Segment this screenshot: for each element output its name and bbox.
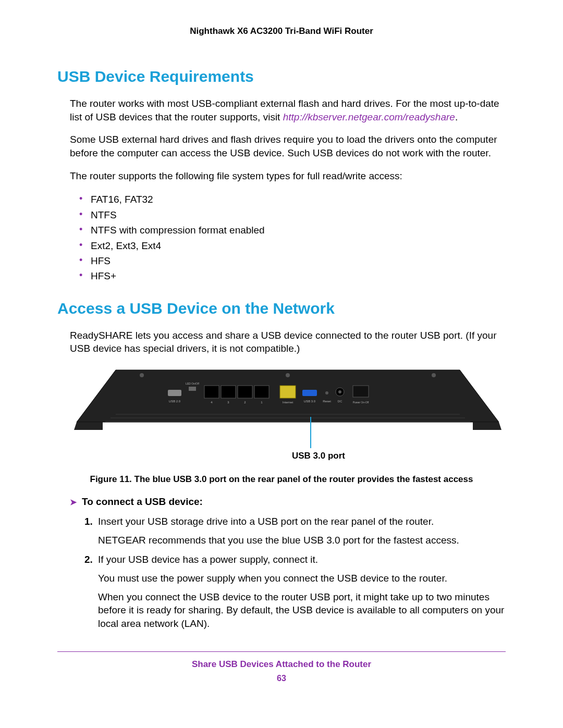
document-page: Nighthawk X6 AC3200 Tri-Band WiFi Router… xyxy=(0,0,563,728)
label-power: Power On-Off xyxy=(353,401,369,404)
footer-divider xyxy=(57,651,506,652)
task-heading: ➤To connect a USB device: xyxy=(57,496,506,508)
svg-marker-1 xyxy=(74,422,103,430)
svg-point-7 xyxy=(286,373,290,377)
text: . xyxy=(455,112,458,122)
readyshare-link[interactable]: http://kbserver.netgear.com/readyshare xyxy=(283,112,455,122)
step-lead: Insert your USB storage drive into a USB… xyxy=(98,516,434,527)
list-item: FAT16, FAT32 xyxy=(79,192,506,207)
label-dc: DC xyxy=(338,400,342,403)
step-item: Insert your USB storage drive into a USB… xyxy=(84,515,506,547)
svg-point-6 xyxy=(140,373,144,377)
footer-page-number: 63 xyxy=(57,674,506,683)
label-reset: Reset xyxy=(323,400,331,403)
label-internet: Internet xyxy=(283,401,293,404)
router-figure: USB 2.0 LED On/Off 4 3 2 1 Internet USB … xyxy=(57,365,506,438)
svg-rect-10 xyxy=(189,387,196,391)
footer-chapter: Share USB Devices Attached to the Router xyxy=(57,659,506,670)
label-usb2: USB 2.0 xyxy=(169,400,181,403)
paragraph: ReadySHARE lets you access and share a U… xyxy=(57,329,506,355)
step-lead: If your USB device has a power supply, c… xyxy=(98,554,318,565)
list-item: HFS xyxy=(79,253,506,268)
svg-rect-16 xyxy=(302,390,317,396)
callout-line xyxy=(310,417,311,448)
step-detail: NETGEAR recommends that you use the blue… xyxy=(98,534,506,547)
svg-point-17 xyxy=(325,391,328,394)
svg-point-8 xyxy=(432,373,436,377)
svg-rect-12 xyxy=(221,386,236,398)
svg-rect-9 xyxy=(168,390,181,396)
svg-rect-13 xyxy=(238,386,252,398)
svg-rect-11 xyxy=(204,386,219,398)
callout-usb3-label: USB 3.0 port xyxy=(292,451,345,461)
filesystem-list: FAT16, FAT32 NTFS NTFS with compression … xyxy=(57,192,506,284)
svg-rect-15 xyxy=(280,386,296,398)
step-item: If your USB device has a power supply, c… xyxy=(84,553,506,630)
chevron-right-icon: ➤ xyxy=(70,498,77,507)
figure-caption: Figure 11. The blue USB 3.0 port on the … xyxy=(57,474,506,485)
svg-rect-20 xyxy=(353,386,369,397)
heading-access-usb: Access a USB Device on the Network xyxy=(57,300,506,317)
task-heading-text: To connect a USB device: xyxy=(82,496,203,507)
step-detail: When you connect the USB device to the r… xyxy=(98,590,506,631)
svg-marker-2 xyxy=(473,422,501,430)
paragraph: The router works with most USB-compliant… xyxy=(57,97,506,124)
svg-point-19 xyxy=(338,390,341,393)
page-header: Nighthawk X6 AC3200 Tri-Band WiFi Router xyxy=(57,26,506,36)
heading-usb-requirements: USB Device Requirements xyxy=(57,68,506,85)
steps-list: Insert your USB storage drive into a USB… xyxy=(57,515,506,630)
router-rear-illustration: USB 2.0 LED On/Off 4 3 2 1 Internet USB … xyxy=(74,365,501,438)
paragraph: The router supports the following file s… xyxy=(57,169,506,183)
list-item: HFS+ xyxy=(79,268,506,283)
label-led: LED On/Off xyxy=(186,382,199,385)
list-item: NTFS with compression format enabled xyxy=(79,223,506,238)
paragraph: Some USB external hard drives and flash … xyxy=(57,133,506,159)
list-item: NTFS xyxy=(79,207,506,223)
step-detail: You must use the power supply when you c… xyxy=(98,572,506,585)
list-item: Ext2, Ext3, Ext4 xyxy=(79,238,506,253)
label-usb3: USB 3.0 xyxy=(304,400,316,403)
svg-rect-14 xyxy=(254,386,269,398)
